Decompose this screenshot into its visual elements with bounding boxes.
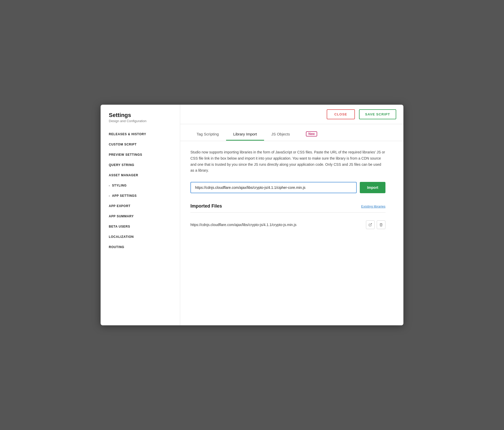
sidebar-item-label: APP SUMMARY: [109, 214, 134, 218]
tabs-bar: Tag ScriptingLibrary ImportJS ObjectsNew: [180, 127, 403, 141]
description-text: Studio now supports importing libraries …: [190, 149, 385, 174]
tab-new[interactable]: New: [297, 127, 325, 141]
open-external-button[interactable]: [366, 220, 375, 229]
sidebar-item-label: PREVIEW SETTINGS: [109, 153, 142, 157]
sidebar-header: Settings Design and Configuration: [101, 112, 180, 129]
sidebar-item-label: LOCALIZATION: [109, 235, 134, 239]
chevron-icon: ›: [109, 194, 110, 197]
tab-label: Library Import: [233, 132, 257, 136]
main-content: CLOSE SAVE SCRIPT Tag ScriptingLibrary I…: [180, 105, 403, 325]
tab-tag-scripting[interactable]: Tag Scripting: [189, 128, 226, 141]
existing-libraries-link[interactable]: Existing libraries: [361, 204, 385, 208]
sidebar-nav: RELEASES & HISTORYCUSTOM SCRIPTPREVIEW S…: [101, 129, 180, 252]
delete-library-button[interactable]: [377, 220, 385, 229]
sidebar-item-releases-history[interactable]: RELEASES & HISTORY: [101, 129, 180, 139]
sidebar-item-routing[interactable]: ROUTING: [101, 242, 180, 252]
sidebar-item-app-summary[interactable]: APP SUMMARY: [101, 211, 180, 221]
url-input-row: Import: [190, 182, 385, 193]
tab-library-import[interactable]: Library Import: [226, 128, 264, 141]
import-button[interactable]: Import: [360, 182, 385, 193]
close-button[interactable]: CLOSE: [327, 109, 355, 119]
toolbar: CLOSE SAVE SCRIPT: [180, 105, 403, 124]
tab-label: JS Objects: [271, 132, 290, 136]
sidebar-item-app-export[interactable]: APP EXPORT: [101, 201, 180, 211]
imported-files-list: https://cdnjs.cloudflare.com/ajax/libs/c…: [190, 218, 393, 232]
tab-badge: New: [306, 131, 317, 136]
sidebar-subtitle: Design and Configuration: [109, 119, 172, 123]
sidebar-item-label: APP EXPORT: [109, 204, 130, 208]
sidebar-item-label: QUERY STRING: [109, 163, 134, 167]
sidebar-item-label: APP SETTINGS: [112, 194, 137, 198]
svg-line-0: [370, 223, 372, 225]
sidebar-item-localization[interactable]: LOCALIZATION: [101, 232, 180, 242]
main-layout: Settings Design and Configuration RELEAS…: [101, 105, 403, 325]
library-url-text: https://cdnjs.cloudflare.com/ajax/libs/c…: [190, 223, 296, 227]
sidebar-item-beta-users[interactable]: BETA USERS: [101, 221, 180, 232]
sidebar-item-label: CUSTOM SCRIPT: [109, 143, 137, 146]
settings-window: Settings Design and Configuration RELEAS…: [101, 105, 403, 325]
imported-files-header: Imported Files Existing libraries: [190, 203, 385, 213]
sidebar-item-query-string[interactable]: QUERY STRING: [101, 160, 180, 170]
sidebar-item-label: STYLING: [112, 184, 127, 187]
sidebar-item-styling[interactable]: ›STYLING: [101, 180, 180, 191]
chevron-icon: ›: [109, 184, 110, 187]
sidebar-item-custom-script[interactable]: CUSTOM SCRIPT: [101, 139, 180, 150]
library-actions: [366, 220, 385, 229]
sidebar-item-label: ASSET MANAGER: [109, 173, 138, 177]
tab-js-objects[interactable]: JS Objects: [264, 128, 297, 141]
sidebar-item-asset-manager[interactable]: ASSET MANAGER: [101, 170, 180, 180]
sidebar: Settings Design and Configuration RELEAS…: [101, 105, 180, 325]
library-url-input[interactable]: [190, 182, 357, 193]
sidebar-item-preview-settings[interactable]: PREVIEW SETTINGS: [101, 150, 180, 160]
tab-label: Tag Scripting: [197, 132, 219, 136]
sidebar-item-app-settings[interactable]: ›APP SETTINGS: [101, 191, 180, 201]
sidebar-item-label: BETA USERS: [109, 225, 130, 228]
library-row: https://cdnjs.cloudflare.com/ajax/libs/c…: [190, 218, 385, 232]
content-area: Studio now supports importing libraries …: [180, 141, 403, 325]
save-script-button[interactable]: SAVE SCRIPT: [359, 109, 396, 119]
imported-files-title: Imported Files: [190, 203, 222, 209]
sidebar-title: Settings: [109, 112, 172, 119]
sidebar-item-label: ROUTING: [109, 245, 124, 249]
sidebar-item-label: RELEASES & HISTORY: [109, 132, 146, 136]
